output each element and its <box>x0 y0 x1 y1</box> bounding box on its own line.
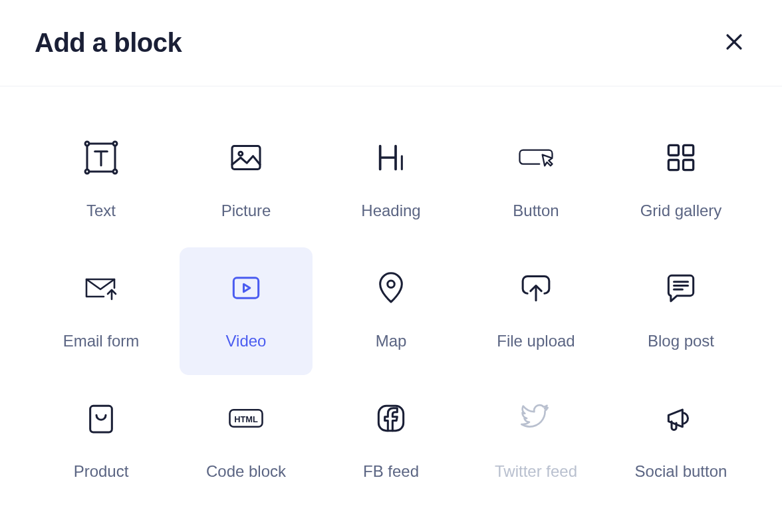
block-twitter-feed: Twitter feed <box>469 378 602 505</box>
block-grid-gallery[interactable]: Grid gallery <box>614 117 747 245</box>
block-label: Twitter feed <box>495 462 577 481</box>
megaphone-icon <box>662 400 700 437</box>
code-html-icon: HTML <box>227 400 265 437</box>
block-label: File upload <box>497 332 575 350</box>
video-icon <box>227 269 265 307</box>
heading-icon <box>372 139 410 176</box>
block-label: FB feed <box>363 462 419 481</box>
block-product[interactable]: Product <box>35 378 168 505</box>
svg-text:HTML: HTML <box>234 414 258 424</box>
block-label: Map <box>376 332 407 350</box>
block-label: Grid gallery <box>640 201 722 220</box>
twitter-icon <box>517 400 555 437</box>
block-text[interactable]: Text <box>35 117 168 245</box>
block-fb-feed[interactable]: FB feed <box>325 378 457 505</box>
block-video[interactable]: Video <box>180 247 313 375</box>
svg-point-6 <box>113 170 117 174</box>
block-label: Picture <box>221 201 271 220</box>
block-label: Email form <box>63 332 140 350</box>
svg-rect-13 <box>233 278 258 298</box>
block-label: Heading <box>361 201 420 220</box>
product-icon <box>82 400 120 437</box>
block-grid: Text Picture Heading <box>0 86 782 532</box>
block-social-button[interactable]: Social button <box>614 378 747 505</box>
button-icon <box>517 139 555 176</box>
block-label: Blog post <box>648 332 714 350</box>
file-upload-icon <box>517 269 555 307</box>
svg-rect-11 <box>668 160 678 170</box>
map-pin-icon <box>372 269 410 307</box>
picture-icon <box>227 139 265 176</box>
block-heading[interactable]: Heading <box>325 117 457 245</box>
block-label: Button <box>513 201 559 220</box>
close-icon <box>723 31 745 56</box>
block-label: Product <box>74 462 129 481</box>
svg-rect-7 <box>232 146 260 170</box>
svg-point-4 <box>113 142 117 146</box>
svg-rect-9 <box>668 145 678 155</box>
grid-gallery-icon <box>662 139 700 176</box>
svg-point-8 <box>239 152 243 156</box>
block-label: Code block <box>206 462 286 481</box>
blog-post-icon <box>662 269 700 307</box>
facebook-icon <box>372 400 410 437</box>
svg-point-14 <box>388 281 395 288</box>
svg-rect-10 <box>684 145 694 155</box>
close-button[interactable] <box>721 30 747 57</box>
modal-header: Add a block <box>0 0 782 86</box>
block-label: Video <box>226 332 267 350</box>
svg-rect-12 <box>684 160 694 170</box>
block-email-form[interactable]: Email form <box>35 247 168 375</box>
svg-point-3 <box>85 142 89 146</box>
block-label: Social button <box>635 462 727 481</box>
email-form-icon <box>82 269 120 307</box>
text-frame-icon <box>82 139 120 176</box>
svg-point-5 <box>85 170 89 174</box>
block-blog-post[interactable]: Blog post <box>614 247 747 375</box>
block-map[interactable]: Map <box>325 247 457 375</box>
block-picture[interactable]: Picture <box>180 117 313 245</box>
block-code[interactable]: HTML Code block <box>180 378 313 505</box>
block-file-upload[interactable]: File upload <box>469 247 602 375</box>
modal-title: Add a block <box>35 28 182 58</box>
add-block-modal: Add a block Te <box>0 0 782 532</box>
block-label: Text <box>86 201 116 220</box>
block-button[interactable]: Button <box>469 117 602 245</box>
